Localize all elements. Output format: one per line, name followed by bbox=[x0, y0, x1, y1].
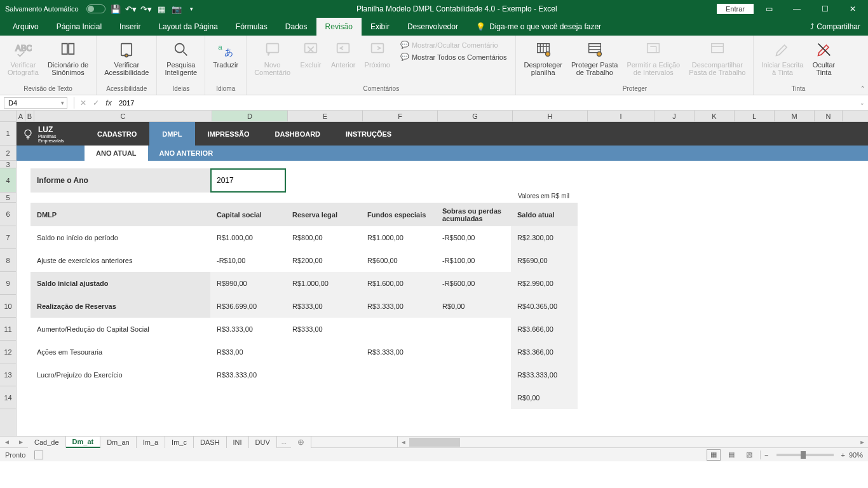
allow-edit-ranges-button[interactable]: Permitir a Edição de Intervalos bbox=[623, 38, 684, 78]
hscroll-right-arrow[interactable]: ► bbox=[857, 439, 868, 445]
thesaurus-button[interactable]: Dicionário de Sinônimos bbox=[44, 38, 92, 78]
delete-comment-button[interactable]: Excluir bbox=[295, 38, 326, 78]
row-header-10[interactable]: 10 bbox=[0, 295, 16, 318]
row-header-2[interactable]: 2 bbox=[0, 146, 16, 161]
cell[interactable]: R$1.000,00 bbox=[210, 226, 286, 249]
sheet-tab-Cad_de[interactable]: Cad_de bbox=[28, 437, 66, 448]
unprotect-sheet-button[interactable]: Desproteger planilha bbox=[520, 38, 566, 78]
col-header-B[interactable]: B bbox=[25, 111, 34, 121]
macro-record-icon[interactable] bbox=[34, 451, 43, 459]
cell[interactable]: R$990,00 bbox=[210, 272, 286, 295]
col-header-I[interactable]: I bbox=[588, 111, 654, 121]
row-header-14[interactable]: 14 bbox=[0, 386, 16, 409]
cell[interactable]: R$33.333,00 bbox=[511, 363, 578, 386]
sheet-more-button[interactable]: ... bbox=[277, 438, 291, 445]
cell[interactable]: R$1.600,00 bbox=[361, 272, 436, 295]
sheet-tab-Dm_an[interactable]: Dm_an bbox=[100, 437, 136, 448]
cell[interactable]: R$3.666,00 bbox=[511, 318, 578, 341]
tab-revisao[interactable]: Revisão bbox=[316, 18, 362, 36]
maximize-button[interactable]: ☐ bbox=[812, 0, 837, 18]
zoom-slider[interactable] bbox=[776, 454, 834, 456]
app-nav-dmpl[interactable]: DMPL bbox=[149, 122, 194, 146]
col-header-M[interactable]: M bbox=[775, 111, 815, 121]
cell[interactable]: R$333,00 bbox=[286, 295, 361, 318]
app-nav-impressão[interactable]: IMPRESSÃO bbox=[195, 122, 262, 146]
tellme-search[interactable]: 💡 Diga-me o que você deseja fazer bbox=[467, 18, 610, 36]
next-comment-button[interactable]: Próximo bbox=[361, 38, 394, 78]
row-label[interactable]: Aumento/Redução do Capital Social bbox=[31, 318, 210, 341]
qat-more-icon[interactable]: ▾ bbox=[187, 4, 197, 14]
cell[interactable]: R$1.000,00 bbox=[361, 226, 436, 249]
sheet-tab-INI[interactable]: INI bbox=[227, 437, 249, 448]
new-comment-button[interactable]: Novo Comentário bbox=[250, 38, 294, 78]
show-all-comments-button[interactable]: 💬 Mostrar Todos os Comentários bbox=[398, 51, 510, 62]
sheet-tab-DUV[interactable]: DUV bbox=[249, 437, 277, 448]
app-subtab-1[interactable]: ANO ANTERIOR bbox=[148, 146, 225, 161]
cancel-formula-button[interactable]: ✕ bbox=[77, 98, 90, 107]
row-label[interactable]: Saldo inicial ajustado bbox=[31, 272, 210, 295]
row-header-9[interactable]: 9 bbox=[0, 272, 16, 295]
row-header-12[interactable]: 12 bbox=[0, 341, 16, 363]
sheet-content[interactable]: LUZ Planilhas Empresariais CADASTRODMPLI… bbox=[17, 122, 868, 436]
cell[interactable]: R$3.366,00 bbox=[511, 341, 578, 363]
cell[interactable]: R$3.333,00 bbox=[361, 295, 436, 318]
row-header-13[interactable]: 13 bbox=[0, 363, 16, 386]
save-icon[interactable]: 💾 bbox=[111, 4, 121, 14]
cell[interactable]: R$1.000,00 bbox=[286, 272, 361, 295]
cell[interactable]: R$600,00 bbox=[361, 249, 436, 272]
cell[interactable]: R$33.333,00 bbox=[210, 363, 286, 386]
row-header-7[interactable]: 7 bbox=[0, 226, 16, 249]
row-label[interactable]: Lucro/Prejuízo do Exercício bbox=[31, 363, 210, 386]
col-header-E[interactable]: E bbox=[288, 111, 363, 121]
row-header-4[interactable]: 4 bbox=[0, 168, 16, 193]
prev-comment-button[interactable]: Anterior bbox=[327, 38, 360, 78]
enter-formula-button[interactable]: ✓ bbox=[90, 98, 102, 107]
protect-workbook-button[interactable]: Proteger Pasta de Trabalho bbox=[567, 38, 621, 78]
cell[interactable]: R$690,00 bbox=[511, 249, 578, 272]
cell[interactable]: R$36.699,00 bbox=[210, 295, 286, 318]
row-header-3[interactable]: 3 bbox=[0, 161, 16, 168]
zoom-in-button[interactable]: + bbox=[841, 451, 845, 459]
cell[interactable]: R$0,00 bbox=[511, 386, 578, 409]
row-label[interactable] bbox=[31, 386, 210, 409]
view-normal-button[interactable]: ▦ bbox=[707, 449, 721, 461]
smart-lookup-button[interactable]: Pesquisa Inteligente bbox=[161, 38, 201, 78]
accessibility-button[interactable]: Verificar Acessibilidade bbox=[100, 38, 153, 78]
row-header-6[interactable]: 6 bbox=[0, 203, 16, 226]
cell[interactable]: R$333,00 bbox=[286, 318, 361, 341]
cell[interactable]: R$2.990,00 bbox=[511, 272, 578, 295]
cell[interactable]: R$3.333,00 bbox=[361, 341, 436, 363]
sheet-tab-Dm_at[interactable]: Dm_at bbox=[66, 437, 101, 448]
formula-input[interactable] bbox=[115, 97, 857, 109]
cell[interactable] bbox=[436, 386, 511, 409]
spell-check-button[interactable]: ABC Verificar Ortografia bbox=[4, 38, 43, 78]
tab-layout[interactable]: Layout da Página bbox=[149, 18, 226, 36]
app-nav-cadastro[interactable]: CADASTRO bbox=[85, 122, 149, 146]
cell[interactable] bbox=[286, 341, 361, 363]
app-nav-instruções[interactable]: INSTRUÇÕES bbox=[333, 122, 404, 146]
tab-desenvolvedor[interactable]: Desenvolvedor bbox=[398, 18, 467, 36]
hscroll-thumb[interactable] bbox=[409, 438, 460, 447]
fx-button[interactable]: fx bbox=[102, 98, 115, 107]
collapse-ribbon-button[interactable]: ˄ bbox=[861, 85, 864, 92]
close-button[interactable]: ✕ bbox=[840, 0, 865, 18]
cell[interactable]: R$2.300,00 bbox=[511, 226, 578, 249]
tab-dados[interactable]: Dados bbox=[276, 18, 316, 36]
cell[interactable]: R$40.365,00 bbox=[511, 295, 578, 318]
cell[interactable] bbox=[286, 386, 361, 409]
row-header-5[interactable]: 5 bbox=[0, 193, 16, 203]
row-header-11[interactable]: 11 bbox=[0, 318, 16, 341]
sheet-nav-prev[interactable]: ◄ bbox=[0, 438, 14, 445]
active-cell-d4[interactable]: 2017 bbox=[210, 168, 286, 193]
sheet-tab-Im_c[interactable]: Im_c bbox=[165, 437, 194, 448]
cell[interactable]: R$33,00 bbox=[210, 341, 286, 363]
tab-pagina-inicial[interactable]: Página Inicial bbox=[48, 18, 111, 36]
cell[interactable]: R$0,00 bbox=[436, 295, 511, 318]
col-header-F[interactable]: F bbox=[363, 111, 438, 121]
col-header-H[interactable]: H bbox=[513, 111, 588, 121]
cell[interactable]: -R$600,00 bbox=[436, 272, 511, 295]
tab-exibir[interactable]: Exibir bbox=[362, 18, 398, 36]
undo-icon[interactable]: ↶▾ bbox=[126, 4, 136, 14]
row-label[interactable]: Ajuste de exercícios anteriores bbox=[31, 249, 210, 272]
cell[interactable]: R$3.333,00 bbox=[210, 318, 286, 341]
